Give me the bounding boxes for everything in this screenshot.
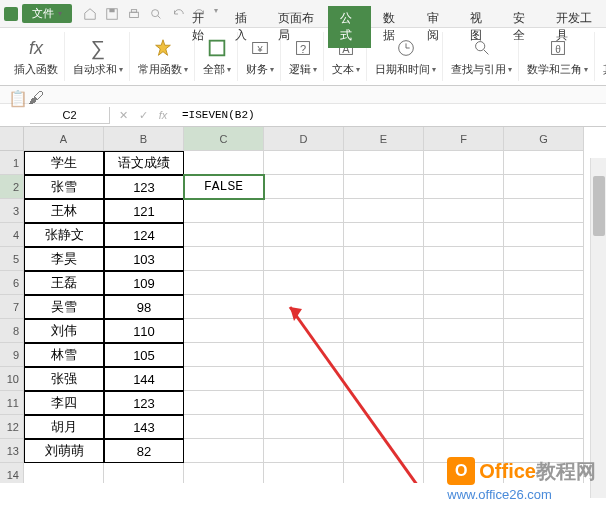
- row-header[interactable]: 10: [0, 367, 24, 391]
- ribbon-autosum[interactable]: ∑ 自动求和▾: [67, 32, 130, 81]
- row-header[interactable]: 9: [0, 343, 24, 367]
- cell[interactable]: [344, 367, 424, 391]
- col-header-d[interactable]: D: [264, 127, 344, 151]
- cell[interactable]: 109: [104, 271, 184, 295]
- cell[interactable]: [264, 367, 344, 391]
- cell[interactable]: [264, 463, 344, 483]
- print-icon[interactable]: [126, 6, 142, 22]
- cell[interactable]: 李昊: [24, 247, 104, 271]
- cell[interactable]: [424, 151, 504, 175]
- paste-icon[interactable]: 📋: [8, 89, 20, 101]
- cell[interactable]: [184, 247, 264, 271]
- tab-review[interactable]: 审阅: [415, 6, 458, 48]
- cell[interactable]: 刘萌萌: [24, 439, 104, 463]
- cell[interactable]: [424, 343, 504, 367]
- cell[interactable]: 98: [104, 295, 184, 319]
- print-preview-icon[interactable]: [148, 6, 164, 22]
- row-header[interactable]: 11: [0, 391, 24, 415]
- cell[interactable]: [264, 415, 344, 439]
- tab-view[interactable]: 视图: [458, 6, 501, 48]
- cell[interactable]: [344, 463, 424, 483]
- cell[interactable]: [184, 343, 264, 367]
- cell[interactable]: 胡月: [24, 415, 104, 439]
- cell[interactable]: [504, 367, 584, 391]
- cell[interactable]: [504, 343, 584, 367]
- home-icon[interactable]: [82, 6, 98, 22]
- tab-insert[interactable]: 插入: [223, 6, 266, 48]
- cell[interactable]: 张雪: [24, 175, 104, 199]
- cell[interactable]: [424, 367, 504, 391]
- cell[interactable]: [504, 223, 584, 247]
- file-menu-button[interactable]: 文件 ▾: [22, 4, 72, 23]
- cell[interactable]: [344, 391, 424, 415]
- row-header[interactable]: 1: [0, 151, 24, 175]
- cell[interactable]: 110: [104, 319, 184, 343]
- cell[interactable]: 143: [104, 415, 184, 439]
- cell[interactable]: [344, 271, 424, 295]
- cell[interactable]: [424, 271, 504, 295]
- cell[interactable]: [264, 247, 344, 271]
- tab-security[interactable]: 安全: [501, 6, 544, 48]
- cell[interactable]: 王磊: [24, 271, 104, 295]
- cell[interactable]: [264, 199, 344, 223]
- cell[interactable]: [504, 151, 584, 175]
- cell[interactable]: [344, 223, 424, 247]
- row-header[interactable]: 13: [0, 439, 24, 463]
- cell[interactable]: [424, 391, 504, 415]
- ribbon-insert-function[interactable]: fx 插入函数: [8, 32, 65, 81]
- cell[interactable]: [344, 151, 424, 175]
- cell[interactable]: 123: [104, 175, 184, 199]
- cell[interactable]: 144: [104, 367, 184, 391]
- cell[interactable]: 张强: [24, 367, 104, 391]
- cell[interactable]: [424, 223, 504, 247]
- tab-page-layout[interactable]: 页面布局: [266, 6, 328, 48]
- cell[interactable]: 林雪: [24, 343, 104, 367]
- cell[interactable]: 语文成绩: [104, 151, 184, 175]
- cell[interactable]: [264, 151, 344, 175]
- cell[interactable]: [504, 415, 584, 439]
- cell[interactable]: [264, 175, 344, 199]
- cell[interactable]: 82: [104, 439, 184, 463]
- select-all-corner[interactable]: [0, 127, 24, 151]
- confirm-formula-icon[interactable]: ✓: [136, 108, 150, 122]
- cell[interactable]: [344, 319, 424, 343]
- tab-formulas[interactable]: 公式: [328, 6, 371, 48]
- cell[interactable]: [504, 199, 584, 223]
- tab-data[interactable]: 数据: [371, 6, 414, 48]
- cell[interactable]: 103: [104, 247, 184, 271]
- cell[interactable]: 刘伟: [24, 319, 104, 343]
- cell[interactable]: [344, 295, 424, 319]
- cell[interactable]: [344, 199, 424, 223]
- row-header[interactable]: 5: [0, 247, 24, 271]
- col-header-c[interactable]: C: [184, 127, 264, 151]
- cell[interactable]: [184, 391, 264, 415]
- cell[interactable]: [504, 175, 584, 199]
- col-header-f[interactable]: F: [424, 127, 504, 151]
- cell[interactable]: [264, 319, 344, 343]
- cell[interactable]: [344, 343, 424, 367]
- col-header-b[interactable]: B: [104, 127, 184, 151]
- row-header[interactable]: 12: [0, 415, 24, 439]
- cell[interactable]: [424, 295, 504, 319]
- cell[interactable]: [504, 247, 584, 271]
- cell[interactable]: [184, 295, 264, 319]
- cancel-formula-icon[interactable]: ✕: [116, 108, 130, 122]
- row-header[interactable]: 7: [0, 295, 24, 319]
- cell[interactable]: 121: [104, 199, 184, 223]
- cell[interactable]: [344, 439, 424, 463]
- brush-icon[interactable]: 🖌: [28, 89, 40, 101]
- row-header[interactable]: 14: [0, 463, 24, 483]
- name-box[interactable]: [30, 107, 110, 124]
- cell[interactable]: [264, 439, 344, 463]
- cell[interactable]: [184, 367, 264, 391]
- cell[interactable]: [264, 295, 344, 319]
- spreadsheet-grid[interactable]: A B C D E F G 1 学生 语文成绩 2 张雪 123 FALSE 3…: [0, 127, 606, 483]
- cell[interactable]: [184, 439, 264, 463]
- cell[interactable]: 王林: [24, 199, 104, 223]
- col-header-e[interactable]: E: [344, 127, 424, 151]
- cell[interactable]: 124: [104, 223, 184, 247]
- col-header-a[interactable]: A: [24, 127, 104, 151]
- cell[interactable]: [184, 463, 264, 483]
- row-header[interactable]: 6: [0, 271, 24, 295]
- cell[interactable]: [424, 247, 504, 271]
